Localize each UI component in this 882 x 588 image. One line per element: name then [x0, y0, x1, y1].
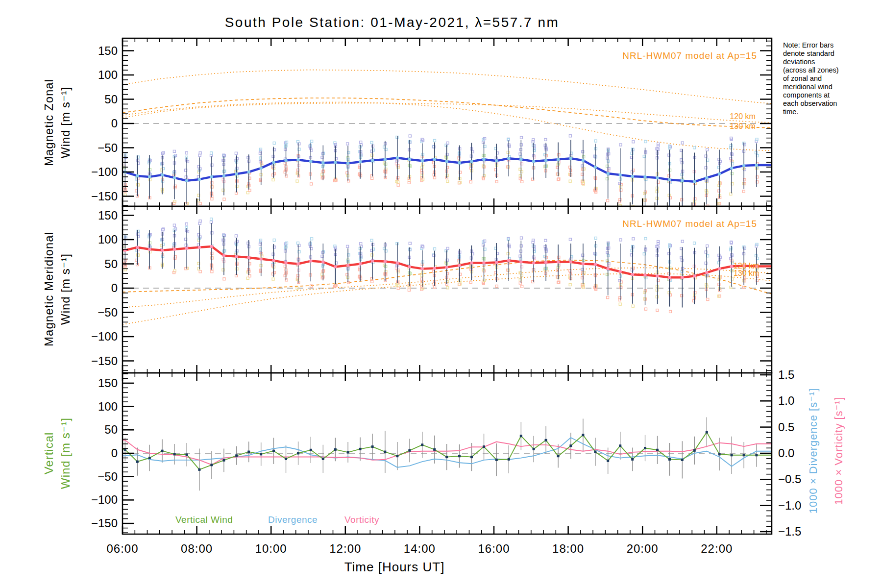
- model-curve: [122, 103, 772, 122]
- y-tick-label: 150: [98, 376, 118, 390]
- right-y-tick-label: −1.5: [778, 525, 801, 538]
- x-tick-label: 20:00: [627, 542, 659, 555]
- x-tick-label: 16:00: [478, 542, 510, 555]
- panel-vertical_wind_divergence_vorticity: [122, 417, 772, 491]
- model-curve: [122, 102, 772, 150]
- y-tick-label: 100: [98, 400, 118, 413]
- vorticity-axis-label: 1000 × Vorticity [s⁻¹]: [833, 396, 845, 505]
- legend-item-divergence: Divergence: [268, 514, 318, 525]
- x-tick-label: 18:00: [552, 542, 584, 555]
- x-tick-label: 12:00: [329, 542, 361, 555]
- x-tick-label: 10:00: [255, 542, 287, 555]
- vorticity-line: [122, 440, 772, 465]
- meridional-axis-label-line1: Magnetic Meridional: [42, 232, 56, 346]
- panel-magnetic_zonal_wind: 120 km130 km: [122, 70, 772, 217]
- model-curve: [122, 273, 772, 324]
- vertical-axis-label-line1: Vertical: [42, 432, 56, 475]
- y-tick-label: −50: [98, 470, 118, 483]
- y-tick-label: 0: [111, 446, 118, 460]
- y-tick-label: 0: [111, 117, 118, 130]
- x-tick-label: 14:00: [404, 542, 436, 555]
- x-tick-label: 08:00: [181, 542, 213, 555]
- y-tick-label: 50: [104, 93, 118, 106]
- legend-item-vorticity: Vorticity: [344, 514, 379, 525]
- chart-title: South Pole Station: 01-May-2021, λ=557.7…: [225, 15, 560, 30]
- y-tick-label: 50: [104, 423, 118, 436]
- y-tick-label: −100: [91, 493, 118, 506]
- y-tick-label: −50: [98, 141, 118, 154]
- y-tick-label: −150: [91, 354, 118, 368]
- right-y-tick-label: 0.0: [778, 446, 794, 460]
- y-tick-label: 100: [98, 68, 118, 81]
- meridional-axis-label-line2: Wind [m s⁻¹]: [59, 253, 73, 325]
- zonal-axis-label-line2: Wind [m s⁻¹]: [59, 87, 73, 158]
- y-tick-label: −150: [91, 516, 118, 530]
- y-tick-label: −50: [98, 306, 118, 319]
- y-tick-label: 100: [98, 233, 118, 246]
- right-y-tick-label: −0.5: [778, 472, 801, 486]
- x-tick-label: 06:00: [106, 542, 138, 555]
- right-y-tick-label: −1.0: [778, 499, 801, 512]
- right-y-tick-label: 0.5: [778, 420, 794, 434]
- y-tick-label: 150: [98, 44, 118, 57]
- altitude-label: 130 km: [734, 269, 759, 277]
- y-tick-label: 50: [104, 257, 118, 270]
- x-axis-title: Time [Hours UT]: [344, 560, 445, 575]
- y-tick-label: 150: [98, 209, 118, 222]
- panel-magnetic_meridional_wind: 120 km130 km: [122, 218, 772, 325]
- zonal-axis-label-line1: Magnetic Zonal: [42, 79, 56, 166]
- x-tick-label: 22:00: [701, 542, 733, 555]
- wind-measurement-figure: 120 km130 kmNRL-HWM07 model at Ap=15120 …: [0, 0, 882, 588]
- right-y-tick-label: 1.5: [778, 368, 794, 381]
- y-tick-label: 0: [111, 281, 118, 294]
- y-tick-label: −150: [91, 190, 118, 203]
- altitude-label: 130 km: [730, 122, 755, 130]
- legend-item-vertical-wind: Vertical Wind: [175, 514, 233, 525]
- y-tick-label: −100: [91, 165, 118, 178]
- model-annotation: NRL-HWM07 model at Ap=15: [622, 50, 757, 61]
- model-annotation: NRL-HWM07 model at Ap=15: [622, 219, 757, 229]
- note-text: Note: Error barsdenote standarddeviation…: [783, 41, 879, 116]
- right-y-tick-label: 1.0: [778, 394, 794, 407]
- altitude-label: 120 km: [730, 112, 755, 121]
- vertical-axis-label-line2: Wind [m s⁻¹]: [59, 417, 73, 489]
- divergence-line: [122, 438, 772, 467]
- plot-canvas: 120 km130 kmNRL-HWM07 model at Ap=15120 …: [0, 0, 882, 588]
- model-curve: [122, 70, 772, 104]
- y-tick-label: −100: [91, 330, 118, 343]
- divergence-axis-label: 1000 × Divergence [s⁻¹]: [807, 388, 820, 514]
